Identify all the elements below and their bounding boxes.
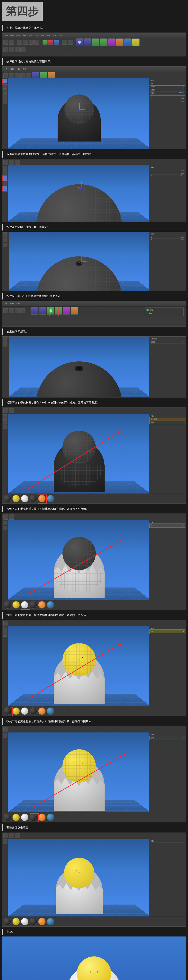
- l[interactable]: [3, 520, 8, 525]
- edge-mode-button[interactable]: [3, 89, 8, 94]
- viewport-9[interactable]: [8, 626, 151, 706]
- spline-button[interactable]: [84, 38, 92, 46]
- m[interactable]: [47, 814, 54, 821]
- generator-button[interactable]: [100, 38, 107, 46]
- t[interactable]: [9, 514, 14, 520]
- m[interactable]: [30, 707, 37, 715]
- l[interactable]: [3, 342, 8, 347]
- m[interactable]: [47, 918, 54, 925]
- move-tool[interactable]: [23, 40, 28, 45]
- m[interactable]: [30, 918, 37, 925]
- m[interactable]: [38, 918, 46, 925]
- menu[interactable]: 创建: [16, 68, 21, 70]
- model-mode-button[interactable]: [3, 79, 8, 83]
- m[interactable]: 文件: [3, 302, 9, 305]
- lt[interactable]: [3, 171, 8, 176]
- tb[interactable]: [3, 308, 8, 313]
- v[interactable]: 0 cm: [181, 175, 184, 177]
- val[interactable]: 12: [183, 89, 184, 91]
- tb-a4[interactable]: [21, 47, 25, 52]
- m[interactable]: 编辑: [9, 302, 15, 305]
- tb[interactable]: [9, 308, 14, 313]
- l[interactable]: [3, 632, 8, 636]
- menu[interactable]: 文件: [3, 68, 9, 70]
- tb[interactable]: [39, 307, 46, 315]
- viewport-8[interactable]: [8, 520, 151, 600]
- menu-mesh[interactable]: 网格: [34, 34, 39, 37]
- m[interactable]: [38, 814, 46, 821]
- mat-shell[interactable]: [21, 495, 28, 502]
- tb[interactable]: [71, 307, 78, 315]
- redo-button[interactable]: [9, 40, 14, 45]
- lt[interactable]: [3, 237, 8, 242]
- xaxis-button[interactable]: [43, 40, 47, 45]
- scale-tool[interactable]: [28, 40, 34, 45]
- menu[interactable]: 选择: [22, 68, 27, 70]
- viewport-10[interactable]: [8, 732, 151, 813]
- tb[interactable]: [63, 307, 70, 315]
- poly-mode-button[interactable]: [3, 94, 8, 99]
- t[interactable]: [3, 621, 8, 626]
- menu-render[interactable]: 渲染: [58, 34, 63, 37]
- tb[interactable]: [15, 308, 20, 313]
- tb-a1[interactable]: [3, 47, 8, 52]
- m[interactable]: [21, 707, 28, 715]
- l[interactable]: [3, 425, 8, 429]
- viewport-11[interactable]: [8, 839, 151, 917]
- m[interactable]: [21, 814, 28, 821]
- lt[interactable]: [3, 166, 8, 170]
- val[interactable]: 150 cm: [179, 92, 184, 94]
- lt[interactable]: [3, 243, 8, 247]
- point-mode-button[interactable]: [3, 84, 8, 89]
- viewport-4[interactable]: [8, 232, 151, 291]
- m[interactable]: [12, 814, 20, 821]
- body-obj[interactable]: 身体: [151, 630, 154, 633]
- menu-sim[interactable]: 模拟: [52, 34, 57, 37]
- viewport-2[interactable]: [8, 78, 151, 149]
- camera-button[interactable]: [124, 38, 131, 46]
- lt[interactable]: [3, 232, 8, 237]
- m[interactable]: [4, 814, 11, 821]
- l[interactable]: [3, 526, 8, 530]
- val[interactable]: 0 cm: [181, 98, 184, 100]
- m[interactable]: [12, 918, 20, 925]
- render-settings-button[interactable]: [68, 40, 73, 45]
- val[interactable]: 0 cm: [181, 100, 184, 102]
- m[interactable]: [4, 707, 11, 715]
- tb[interactable]: [3, 160, 8, 165]
- light-button[interactable]: [132, 38, 140, 46]
- mat-yellow-9[interactable]: [12, 707, 20, 715]
- mat-shell-8[interactable]: [21, 601, 28, 609]
- tb[interactable]: [55, 307, 62, 315]
- l[interactable]: [3, 733, 8, 738]
- menu-create[interactable]: 创建: [16, 34, 21, 37]
- obj-item[interactable]: 细分曲面: [151, 418, 157, 420]
- mat-default[interactable]: [4, 495, 11, 502]
- t[interactable]: [9, 408, 14, 414]
- v[interactable]: 0 cm: [181, 172, 184, 174]
- m[interactable]: [38, 707, 46, 715]
- menu[interactable]: 编辑: [9, 68, 15, 70]
- l[interactable]: [3, 839, 8, 844]
- subdiv-item[interactable]: 细分曲面: [146, 309, 183, 312]
- tb[interactable]: [3, 73, 8, 78]
- val[interactable]: 24: [183, 86, 184, 88]
- m[interactable]: [30, 601, 37, 609]
- shell-obj[interactable]: 蛋壳: [151, 524, 154, 527]
- lt[interactable]: [3, 181, 8, 186]
- yaxis-button[interactable]: [48, 40, 53, 45]
- tb[interactable]: [15, 160, 20, 165]
- val[interactable]: 0 cm: [181, 95, 184, 97]
- render-button[interactable]: [62, 40, 67, 45]
- select-tool[interactable]: [17, 40, 22, 45]
- viewport-3[interactable]: [8, 165, 151, 222]
- tb[interactable]: [21, 308, 25, 313]
- subdiv-surface-button[interactable]: [47, 307, 54, 315]
- eye-obj[interactable]: 眼睛: [151, 737, 154, 739]
- tb[interactable]: [9, 160, 14, 165]
- menu-edit[interactable]: 编辑: [9, 34, 15, 37]
- m[interactable]: [4, 601, 11, 609]
- menu-select[interactable]: 选择: [22, 34, 27, 37]
- tb-a3[interactable]: [15, 47, 20, 52]
- mat-black[interactable]: [30, 495, 37, 502]
